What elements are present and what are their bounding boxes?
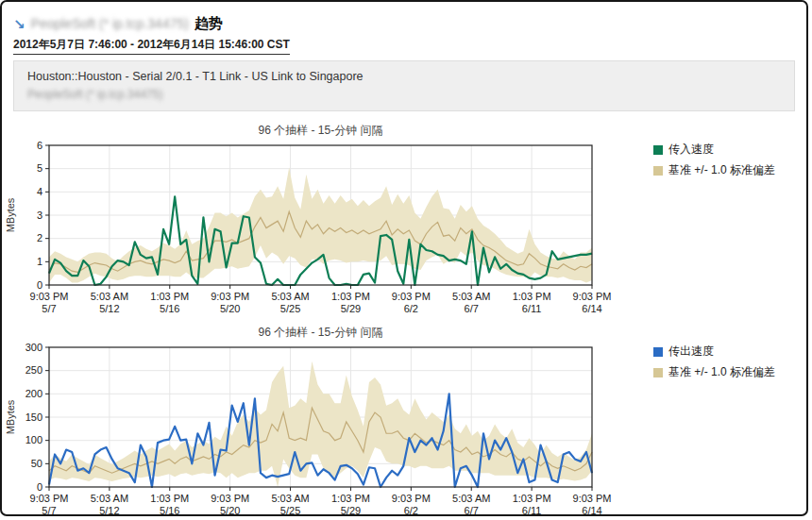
svg-text:1:03 PM: 1:03 PM xyxy=(150,291,189,302)
legend-item: 传入速度 xyxy=(653,142,804,158)
svg-text:1:03 PM: 1:03 PM xyxy=(331,291,370,302)
svg-text:5:03 AM: 5:03 AM xyxy=(91,291,128,302)
svg-text:6/11: 6/11 xyxy=(522,303,542,314)
outbound-chart-title: 96 个抽样 - 15-分钟 间隔 xyxy=(49,325,592,340)
interface-description: Houston::Houston - Serial 2/0.1 - T1 Lin… xyxy=(27,68,781,86)
svg-text:200: 200 xyxy=(25,388,42,399)
legend-item: 基准 +/- 1.0 标准偏差 xyxy=(653,162,804,178)
page-title: 趋势 xyxy=(195,15,223,33)
legend-item: 传出速度 xyxy=(653,344,804,360)
svg-text:9:03 PM: 9:03 PM xyxy=(573,291,612,302)
svg-text:250: 250 xyxy=(25,364,42,376)
date-range-label: 2012年5月7日 7:46:00 - 2012年6月14日 15:46:00 … xyxy=(13,37,290,55)
svg-text:5/7: 5/7 xyxy=(42,303,56,314)
svg-text:6/7: 6/7 xyxy=(465,303,479,314)
svg-text:1:03 PM: 1:03 PM xyxy=(513,493,551,504)
drilldown-arrow-icon[interactable]: ↘ xyxy=(13,17,25,31)
context-box: Houston::Houston - Serial 2/0.1 - T1 Lin… xyxy=(13,60,795,111)
svg-text:9:03 PM: 9:03 PM xyxy=(30,493,69,504)
svg-text:1:03 PM: 1:03 PM xyxy=(513,291,551,302)
title-row: ↘ PeopleSoft (* ip.tcp.34475) 趋势 xyxy=(13,13,795,34)
svg-text:5/20: 5/20 xyxy=(220,303,240,314)
svg-text:6/7: 6/7 xyxy=(465,505,479,516)
legend-label: 传入速度 xyxy=(668,142,714,158)
svg-text:5/25: 5/25 xyxy=(280,505,300,516)
svg-text:6/14: 6/14 xyxy=(582,303,601,314)
legend-swatch-in-rate-icon xyxy=(653,145,663,155)
svg-text:50: 50 xyxy=(31,458,42,469)
inbound-chart-legend: 传入速度 基准 +/- 1.0 标准偏差 xyxy=(653,123,804,319)
svg-text:5:03 AM: 5:03 AM xyxy=(271,493,309,504)
svg-text:9:03 PM: 9:03 PM xyxy=(211,493,249,504)
svg-text:2: 2 xyxy=(37,232,42,243)
svg-text:5/12: 5/12 xyxy=(99,303,119,314)
svg-text:6/11: 6/11 xyxy=(522,505,542,516)
legend-swatch-out-rate-icon xyxy=(653,347,663,357)
outbound-chart-area: 96 个抽样 - 15-分钟 间隔 050100150200250300MByt… xyxy=(2,325,653,516)
outbound-rate-chart: 050100150200250300MBytes9:03 PM5/75:03 A… xyxy=(2,340,653,516)
legend-label: 传出速度 xyxy=(668,344,714,360)
legend-label: 基准 +/- 1.0 标准偏差 xyxy=(668,364,775,380)
svg-text:5/16: 5/16 xyxy=(160,505,179,516)
report-header: ↘ PeopleSoft (* ip.tcp.34475) 趋势 2012年5月… xyxy=(2,2,806,111)
svg-text:5:03 AM: 5:03 AM xyxy=(271,291,309,302)
svg-text:6/14: 6/14 xyxy=(582,505,601,516)
svg-text:5:03 AM: 5:03 AM xyxy=(452,291,490,302)
svg-text:MBytes: MBytes xyxy=(5,197,16,232)
redacted-application-line: PeopleSoft (* ip.tcp.34475) xyxy=(27,86,781,104)
inbound-chart-block: 96 个抽样 - 15-分钟 间隔 0123456MBytes9:03 PM5/… xyxy=(2,123,806,319)
outbound-chart-legend: 传出速度 基准 +/- 1.0 标准偏差 xyxy=(653,325,804,516)
svg-text:9:03 PM: 9:03 PM xyxy=(392,493,431,504)
svg-text:1: 1 xyxy=(37,256,42,267)
legend-label: 基准 +/- 1.0 标准偏差 xyxy=(668,162,775,178)
svg-text:9:03 PM: 9:03 PM xyxy=(573,493,612,504)
svg-text:3: 3 xyxy=(37,210,42,221)
inbound-chart-area: 96 个抽样 - 15-分钟 间隔 0123456MBytes9:03 PM5/… xyxy=(2,123,653,319)
svg-text:5/25: 5/25 xyxy=(280,303,300,314)
svg-text:6/2: 6/2 xyxy=(404,505,418,516)
svg-text:5: 5 xyxy=(37,162,42,174)
legend-swatch-baseline-icon xyxy=(653,368,663,377)
svg-text:5/20: 5/20 xyxy=(220,505,240,516)
outbound-chart-block: 96 个抽样 - 15-分钟 间隔 050100150200250300MByt… xyxy=(2,325,806,516)
svg-text:4: 4 xyxy=(37,186,42,197)
svg-text:5/29: 5/29 xyxy=(341,505,361,516)
svg-text:150: 150 xyxy=(25,411,42,423)
inbound-rate-chart: 0123456MBytes9:03 PM5/75:03 AM5/121:03 P… xyxy=(2,138,653,315)
trend-report-window: ↘ PeopleSoft (* ip.tcp.34475) 趋势 2012年5月… xyxy=(0,0,808,516)
svg-text:5/29: 5/29 xyxy=(341,303,361,314)
svg-text:1:03 PM: 1:03 PM xyxy=(150,493,189,504)
legend-swatch-baseline-icon xyxy=(653,166,663,176)
redacted-application-name: PeopleSoft (* ip.tcp.34475) xyxy=(31,16,189,31)
svg-text:0: 0 xyxy=(37,279,42,291)
svg-text:6: 6 xyxy=(37,140,42,151)
svg-text:5:03 AM: 5:03 AM xyxy=(91,493,128,504)
svg-text:100: 100 xyxy=(25,434,42,445)
svg-text:5/16: 5/16 xyxy=(160,303,179,314)
svg-text:MBytes: MBytes xyxy=(5,399,16,434)
svg-text:5/12: 5/12 xyxy=(99,505,119,516)
svg-text:5/7: 5/7 xyxy=(42,505,56,516)
legend-item: 基准 +/- 1.0 标准偏差 xyxy=(653,364,804,380)
svg-text:300: 300 xyxy=(25,342,42,353)
svg-text:9:03 PM: 9:03 PM xyxy=(211,291,249,302)
svg-text:0: 0 xyxy=(37,481,42,493)
inbound-chart-title: 96 个抽样 - 15-分钟 间隔 xyxy=(49,123,592,138)
svg-text:9:03 PM: 9:03 PM xyxy=(392,291,431,302)
svg-text:1:03 PM: 1:03 PM xyxy=(331,493,370,504)
svg-text:5:03 AM: 5:03 AM xyxy=(452,493,490,504)
svg-text:9:03 PM: 9:03 PM xyxy=(30,291,69,302)
svg-text:6/2: 6/2 xyxy=(404,303,418,314)
